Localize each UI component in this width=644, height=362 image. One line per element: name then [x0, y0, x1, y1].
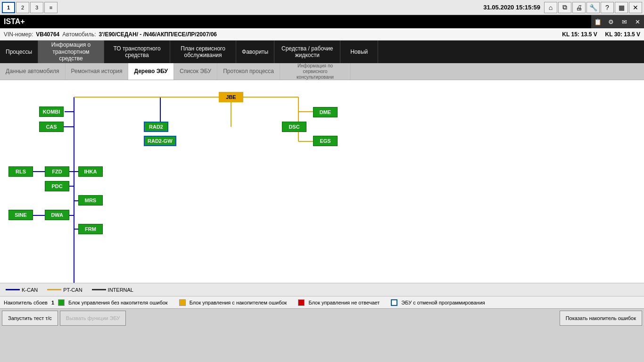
indicator-green: [58, 299, 65, 306]
faults-label: Накопитель сбоев: [4, 300, 48, 305]
nav-tabs: Процессы Информация о транспортном средс…: [0, 41, 644, 63]
sub-tab-ecu-tree[interactable]: Дерево ЭБУ: [128, 63, 174, 80]
sub-tab-service-consult[interactable]: Информация по сервисного консультировани: [280, 63, 351, 80]
sub-tab-car-data[interactable]: Данные автомобиля: [0, 63, 66, 80]
ecu-IHKA[interactable]: IHKA: [78, 166, 103, 177]
run-test-btn[interactable]: Запустить тест т/с: [2, 311, 58, 326]
car-label: Автомобиль:: [62, 31, 96, 38]
indicator-red: [298, 299, 305, 306]
indicator-yellow: [179, 299, 186, 306]
vin-label: VIN-номер:: [4, 31, 33, 38]
ecu-MRS[interactable]: MRS: [78, 195, 103, 206]
vin-bar: VIN-номер: VB40764 Автомобиль: 3'/E90/СЕ…: [0, 28, 644, 41]
ecu-EGS[interactable]: EGS: [313, 136, 338, 146]
tab-1[interactable]: 1: [2, 2, 15, 13]
ecu-SINE[interactable]: SINE: [8, 210, 33, 220]
legend-internal: INTERNAL: [92, 287, 133, 293]
kl15: KL 15: 13.5 V: [562, 31, 597, 38]
sub-tabs: Данные автомобиля Ремонтная история Дере…: [0, 63, 644, 80]
cancelled-prog-label: ЭБУ с отменой программирования: [401, 300, 485, 305]
ptcan-label: PT-CAN: [63, 287, 82, 293]
ecu-FRM[interactable]: FRM: [78, 224, 103, 234]
home-icon-btn[interactable]: ⌂: [544, 2, 557, 13]
help-icon-btn[interactable]: ?: [601, 2, 614, 13]
screen-icon-btn[interactable]: ⧉: [558, 2, 571, 13]
nav-tab-vehicle-info[interactable]: Информация о транспортном средстве: [38, 41, 104, 63]
ecu-RLS[interactable]: RLS: [8, 166, 33, 177]
kcan-label: K-CAN: [22, 287, 38, 293]
nav-tab-service-plan[interactable]: План сервисного обслуживания: [170, 41, 236, 63]
status-bar: Накопитель сбоев 1 Блок управления без н…: [0, 296, 644, 308]
sub-tab-process-protocol[interactable]: Протокол процесса: [217, 63, 280, 80]
ecu-DSC[interactable]: DSC: [282, 122, 306, 132]
legend-ptcan: PT-CAN: [47, 287, 82, 293]
kcan-line: [6, 289, 20, 290]
sub-tab-repair-history[interactable]: Ремонтная история: [66, 63, 129, 80]
bottom-bar: Запустить тест т/с Вызвать функции ЭБУ П…: [0, 308, 644, 327]
copy-icon-btn[interactable]: 📋: [591, 15, 604, 28]
show-faults-btn[interactable]: Показать накопитель ошибок: [560, 311, 642, 326]
call-functions-btn[interactable]: Вызвать функции ЭБУ: [60, 311, 126, 326]
car-value: 3'/E90/СЕДАН/ - /N46/АКПП/ЕСЕ/ЛР/2007/06: [99, 31, 217, 38]
kl-info: KL 15: 13.5 V KL 30: 13.5 V: [562, 31, 640, 38]
vin-value: VB40764: [36, 31, 59, 38]
legend-kcan: K-CAN: [6, 287, 38, 293]
nav-tab-favorites[interactable]: Фавориты: [236, 41, 274, 63]
app-title-bar: ISTA+ 📋 ⚙ ✉ ✕: [0, 15, 644, 28]
top-bar: 1 2 3 ≡ 31.05.2020 15:15:59 ⌂ ⧉ 🖨 🔧 ? ▦ …: [0, 0, 644, 15]
diagram-area: KOMBI CAS RLS FZD PDC IHKA MRS SINE DWA …: [0, 80, 644, 283]
ecu-DME[interactable]: DME: [313, 107, 338, 117]
ecu-FZD[interactable]: FZD: [45, 166, 69, 177]
legend-area: K-CAN PT-CAN INTERNAL: [0, 283, 644, 296]
internal-label: INTERNAL: [108, 287, 133, 293]
nav-tab-new[interactable]: Новый: [340, 41, 378, 63]
nav-tab-service-record[interactable]: ТО транспортного средства: [104, 41, 170, 63]
ecu-DWA[interactable]: DWA: [45, 210, 69, 220]
nav-tab-tools[interactable]: Средства / рабочие жидкости: [274, 41, 340, 63]
tab-3[interactable]: 3: [30, 2, 43, 13]
print-icon-btn[interactable]: 🖨: [572, 2, 586, 13]
app-title-icons: 📋 ⚙ ✉ ✕: [591, 15, 644, 28]
datetime: 31.05.2020 15:15:59: [483, 4, 540, 11]
tab-4[interactable]: ≡: [44, 2, 58, 13]
top-icons: ⌂ ⧉ 🖨 🔧 ? ▦ ✕: [544, 2, 642, 13]
tools-icon-btn[interactable]: 🔧: [586, 2, 600, 13]
no-faults-label: Блок управления без накопителя ошибок: [68, 300, 168, 305]
grid-icon-btn[interactable]: ▦: [615, 2, 628, 13]
kl30: KL 30: 13.5 V: [605, 31, 640, 38]
ecu-CAS[interactable]: CAS: [39, 122, 64, 132]
internal-line: [92, 289, 106, 290]
tab-2[interactable]: 2: [16, 2, 29, 13]
faults-count: 1: [51, 300, 54, 305]
ecu-RAD2GW[interactable]: RAD2-GW: [144, 136, 176, 146]
ecu-KOMBI[interactable]: KOMBI: [39, 107, 64, 117]
with-faults-label: Блок управления с накопителем ошибок: [190, 300, 287, 305]
ecu-JBE[interactable]: JBE: [219, 92, 243, 102]
nav-tab-processes[interactable]: Процессы: [0, 41, 38, 63]
sub-tab-ecu-list[interactable]: Список ЭБУ: [174, 63, 217, 80]
ptcan-line: [47, 289, 61, 290]
close-icon-btn[interactable]: ✕: [629, 2, 642, 13]
app-title: ISTA+: [4, 17, 25, 26]
settings-icon-btn[interactable]: ⚙: [604, 15, 618, 28]
ecu-PDC[interactable]: PDC: [45, 181, 69, 191]
ecu-RAD2[interactable]: RAD2: [144, 122, 168, 132]
indicator-blue: [391, 299, 397, 306]
mail-icon-btn[interactable]: ✉: [618, 15, 631, 28]
app-close-btn[interactable]: ✕: [631, 15, 644, 28]
not-responding-label: Блок управления не отвечает: [308, 300, 380, 305]
